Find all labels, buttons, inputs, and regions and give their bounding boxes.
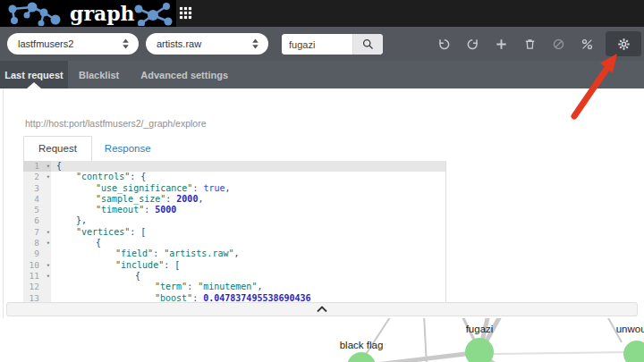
logo-wordmark: graph — [70, 1, 132, 26]
field-select-value: artists.raw — [157, 38, 201, 49]
trash-icon — [523, 38, 537, 51]
select-updown-icon — [251, 38, 259, 50]
editor-line-3: 3"use_significance": true, — [23, 183, 445, 194]
field-select[interactable]: artists.raw — [146, 33, 268, 55]
settings-button[interactable] — [606, 31, 641, 56]
editor-line-9: 9"field": "artists.raw", — [23, 248, 445, 259]
link-button[interactable] — [577, 32, 597, 55]
search-input[interactable] — [282, 34, 352, 55]
graph-app: graph lastfmusers2 — [0, 0, 644, 362]
search-icon — [362, 38, 374, 50]
tab-blacklist[interactable]: Blacklist — [68, 61, 130, 88]
tab-response[interactable]: Response — [92, 137, 164, 161]
graph-node-label: fugazi — [466, 324, 494, 334]
settings-tabbar: Last request Blacklist Advanced settings — [0, 61, 644, 88]
toolbar-buttons — [434, 27, 641, 61]
block-button[interactable] — [548, 32, 568, 55]
request-url: http://host:port/lastfmusers2/_graph/exp… — [25, 118, 207, 129]
add-button[interactable] — [491, 32, 511, 55]
undo-button[interactable] — [434, 32, 453, 55]
panel-left-border — [3, 88, 4, 318]
select-updown-icon — [122, 38, 130, 50]
index-pattern-value: lastfmusers2 — [18, 38, 73, 49]
index-pattern-select[interactable]: lastfmusers2 — [7, 33, 139, 55]
editor-line-10: 10▾"include": [ — [23, 260, 445, 271]
editor-line-1: 1▾{ — [23, 161, 445, 172]
logo-network-left-icon — [2, 1, 72, 26]
tab-advanced-settings[interactable]: Advanced settings — [130, 61, 239, 88]
graph-node-fugazi[interactable] — [465, 338, 494, 362]
redo-icon — [466, 38, 479, 51]
request-response-tabs: Request Response — [23, 136, 164, 161]
graph-workspace[interactable]: black flagfugaziunwound — [0, 318, 644, 362]
graph-edge — [424, 318, 427, 362]
editor-line-7: 7▾"vertices": [ — [23, 227, 445, 238]
editor-line-5: 5"timeout": 5000 — [23, 205, 445, 215]
toolbar: lastfmusers2 artists.raw — [0, 27, 644, 61]
graph-node-label: unwound — [616, 324, 644, 334]
search-box — [282, 34, 383, 55]
editor-line-2: 2▾"controls": { — [23, 172, 445, 182]
editor-line-13: 13"boost": 0.047837495538690436 — [23, 293, 445, 302]
apps-grid-icon[interactable] — [178, 6, 193, 21]
editor-line-6: 6}, — [23, 215, 445, 226]
gear-icon — [617, 38, 631, 51]
delete-button[interactable] — [520, 32, 539, 55]
graph-logo: graph — [0, 0, 176, 27]
editor-line-11: 11▾{ — [23, 271, 445, 282]
editor-line-4: 4"sample_size": 2000, — [23, 194, 445, 205]
graph-edge — [361, 352, 479, 362]
undo-icon — [437, 38, 451, 51]
ban-icon — [552, 38, 565, 51]
collapse-panel-bar[interactable] — [6, 302, 638, 316]
top-bar: graph — [0, 0, 644, 27]
chevron-up-icon — [317, 306, 327, 313]
search-button[interactable] — [352, 34, 383, 55]
editor-line-12: 12"term": "minutemen", — [23, 282, 445, 292]
plus-icon — [495, 38, 508, 51]
graph-edge — [494, 352, 626, 354]
redo-button[interactable] — [462, 32, 482, 55]
graph-node-label: black flag — [340, 340, 384, 350]
tab-last-request[interactable]: Last request — [0, 61, 68, 88]
link-icon — [580, 38, 594, 51]
tab-request[interactable]: Request — [23, 136, 92, 161]
graph-node-unwound[interactable] — [623, 341, 644, 362]
editor-line-8: 8▾{ — [23, 238, 445, 248]
graph-node-black-flag[interactable] — [347, 352, 376, 362]
json-editor[interactable]: 1▾{2▾"controls": {3"use_significance": t… — [23, 161, 446, 302]
logo-network-right-icon — [131, 1, 176, 26]
request-panel: http://host:port/lastfmusers2/_graph/exp… — [0, 88, 644, 362]
